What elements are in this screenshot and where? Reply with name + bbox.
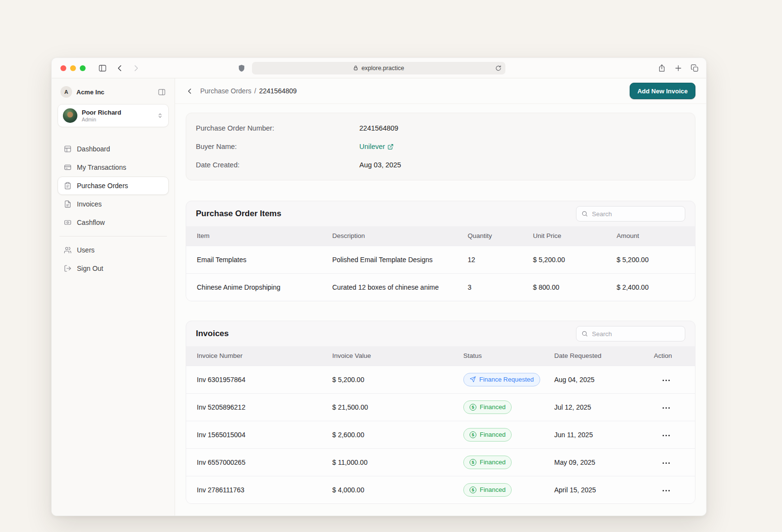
transactions-icon	[64, 163, 72, 171]
breadcrumb: Purchase Orders / 2241564809	[200, 87, 297, 95]
status-label: Financed	[480, 431, 505, 438]
close-window-button[interactable]	[60, 65, 66, 71]
po-details-card: Purchase Order Number: 2241564809 Buyer …	[186, 113, 695, 180]
user-role: Admin	[82, 117, 152, 122]
more-actions-button[interactable]	[662, 432, 671, 439]
minimize-window-button[interactable]	[70, 65, 76, 71]
reload-icon[interactable]	[495, 65, 502, 71]
new-tab-icon[interactable]	[674, 64, 682, 72]
date-requested-cell: May 09, 2025	[544, 448, 643, 476]
column-header: Item	[186, 226, 322, 246]
breadcrumb-parent[interactable]: Purchase Orders	[200, 87, 251, 95]
invoice-value-cell: $ 2,600.00	[322, 421, 453, 448]
address-bar-url: explore.practice	[361, 65, 404, 72]
buyer-link[interactable]: Unilever	[359, 143, 394, 150]
invoice-number-cell: Inv 6557000265	[186, 448, 322, 476]
dollar-circle-icon: $	[470, 431, 476, 438]
column-header: Date Requested	[544, 346, 643, 366]
table-row: Email Templates Polished Email Template …	[186, 246, 695, 273]
dollar-circle-icon: $	[470, 404, 476, 411]
address-bar[interactable]: explore.practice	[252, 62, 505, 74]
invoice-value-cell: $ 5,200.00	[322, 366, 453, 393]
buyer-name-value: Unilever	[359, 143, 385, 150]
status-badge: $ Financed	[463, 428, 512, 442]
add-new-invoice-button[interactable]: Add New Invoice	[630, 83, 695, 99]
sidebar: A Acme Inc Poor Richard Admin	[52, 78, 175, 516]
chevron-updown-icon	[157, 112, 163, 119]
invoice-value-cell: $ 21,500.00	[322, 393, 453, 421]
sidebar-item-cashflow[interactable]: Cashflow	[58, 213, 169, 232]
primary-nav: Dashboard My Transactions Purchase Order…	[58, 140, 169, 278]
users-icon	[64, 246, 72, 254]
po-items-title: Purchase Order Items	[196, 209, 281, 219]
table-row: Inv 5205896212 $ 21,500.00 $ Financed Ju…	[186, 393, 695, 421]
sign-out-icon	[64, 265, 72, 272]
amount-cell: $ 5,200.00	[606, 246, 695, 273]
sidebar-item-label: Users	[77, 246, 95, 254]
browser-toolbar: explore.practice	[52, 58, 706, 78]
user-name: Poor Richard	[82, 109, 152, 117]
page-header: Purchase Orders / 2241564809 Add New Inv…	[175, 78, 706, 104]
sidebar-item-label: Cashflow	[77, 219, 105, 226]
date-created-label: Date Created:	[196, 161, 359, 169]
send-icon	[470, 376, 476, 383]
more-actions-button[interactable]	[662, 487, 671, 494]
tab-overview-icon[interactable]	[691, 64, 699, 72]
table-header-row: Invoice Number Invoice Value Status Date…	[186, 346, 695, 366]
sidebar-item-invoices[interactable]: Invoices	[58, 195, 169, 213]
lock-icon	[353, 65, 358, 71]
unit-price-cell: $ 800.00	[522, 273, 606, 301]
page-content: Purchase Order Number: 2241564809 Buyer …	[175, 104, 706, 516]
more-actions-button[interactable]	[662, 459, 671, 467]
user-menu[interactable]: Poor Richard Admin	[58, 104, 169, 127]
org-switcher[interactable]: A Acme Inc	[58, 85, 169, 99]
po-items-card: Purchase Order Items Item	[186, 201, 695, 301]
column-header: Unit Price	[522, 226, 606, 246]
sidebar-item-my-transactions[interactable]: My Transactions	[58, 158, 169, 177]
date-requested-cell: Jul 12, 2025	[544, 393, 643, 421]
status-label: Financed	[480, 486, 505, 493]
date-requested-cell: Jun 11, 2025	[544, 421, 643, 448]
sidebar-item-label: My Transactions	[77, 163, 126, 171]
status-badge: Finance Requested	[463, 373, 540, 386]
table-row: Inv 2786111763 $ 4,000.00 $ Financed Apr…	[186, 476, 695, 503]
share-icon[interactable]	[658, 64, 666, 72]
more-actions-button[interactable]	[662, 377, 671, 384]
browser-sidebar-toggle-icon[interactable]	[98, 64, 107, 73]
column-header: Quantity	[457, 226, 522, 246]
zoom-window-button[interactable]	[80, 65, 86, 71]
sidebar-item-purchase-orders[interactable]: Purchase Orders	[58, 177, 169, 195]
column-header: Description	[322, 226, 457, 246]
sidebar-collapse-icon[interactable]	[158, 88, 166, 96]
column-header: Invoice Number	[186, 346, 322, 366]
privacy-shield-icon[interactable]	[237, 64, 246, 72]
sidebar-item-sign-out[interactable]: Sign Out	[58, 259, 169, 278]
table-row: Inv 6301957864 $ 5,200.00 Finance Reques…	[186, 366, 695, 393]
invoice-number-cell: Inv 6301957864	[186, 366, 322, 393]
sidebar-item-users[interactable]: Users	[58, 241, 169, 259]
browser-forward-icon[interactable]	[132, 64, 140, 73]
dashboard-icon	[64, 145, 72, 153]
invoice-value-cell: $ 4,000.00	[322, 476, 453, 503]
org-name: Acme Inc	[76, 89, 153, 96]
date-requested-cell: April 15, 2025	[544, 476, 643, 503]
invoices-search-input[interactable]	[592, 330, 680, 338]
invoice-number-cell: Inv 1565015004	[186, 421, 322, 448]
browser-back-icon[interactable]	[116, 64, 124, 73]
column-header: Amount	[606, 226, 695, 246]
table-header-row: Item Description Quantity Unit Price Amo…	[186, 226, 695, 246]
dollar-circle-icon: $	[470, 459, 476, 466]
sidebar-item-dashboard[interactable]: Dashboard	[58, 140, 169, 158]
sidebar-item-label: Sign Out	[77, 265, 103, 272]
search-icon	[581, 330, 588, 337]
user-avatar	[63, 108, 77, 123]
sidebar-item-label: Dashboard	[77, 145, 110, 153]
quantity-cell: 3	[457, 273, 522, 301]
sidebar-item-label: Invoices	[77, 200, 102, 208]
item-cell: Email Templates	[186, 246, 322, 273]
table-row: Chinese Anime Dropshiping Curated 12 box…	[186, 273, 695, 301]
po-items-search-input[interactable]	[592, 210, 680, 218]
more-actions-button[interactable]	[662, 404, 671, 412]
status-label: Financed	[480, 458, 505, 466]
back-icon[interactable]	[186, 87, 194, 95]
